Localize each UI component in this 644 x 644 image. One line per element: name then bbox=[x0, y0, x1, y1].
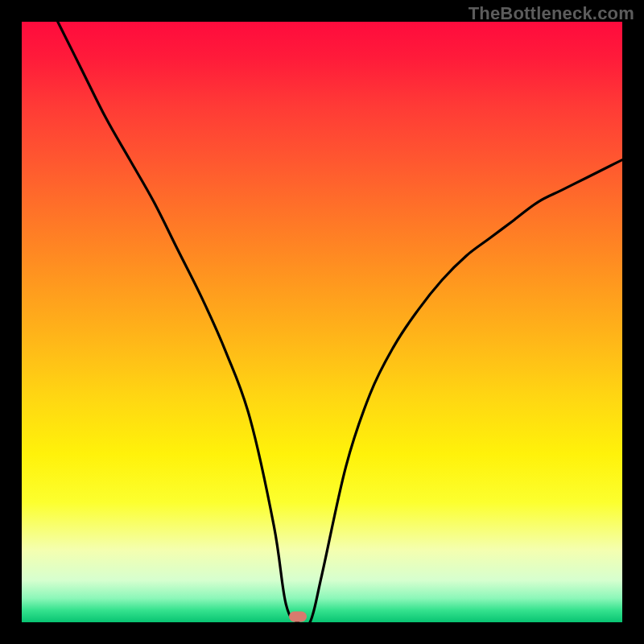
chart-frame: TheBottleneck.com bbox=[0, 0, 644, 644]
bottleneck-curve bbox=[22, 22, 622, 622]
watermark-text: TheBottleneck.com bbox=[469, 3, 634, 24]
plot-area bbox=[22, 22, 622, 622]
optimum-marker bbox=[289, 612, 307, 622]
